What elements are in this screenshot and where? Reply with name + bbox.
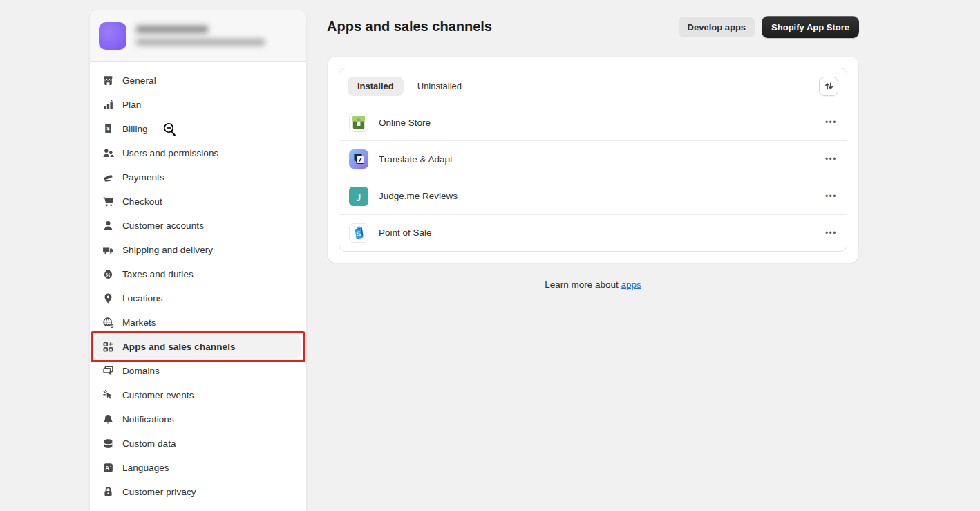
cart-icon [102, 196, 114, 207]
language-icon: A* [102, 462, 114, 474]
cursor-sparks-icon [102, 389, 114, 401]
store-avatar [99, 22, 126, 50]
lock-icon [102, 486, 114, 498]
learn-more-prefix: Learn more about [545, 279, 621, 290]
database-icon [102, 438, 114, 449]
sidebar-item-label: Locations [122, 293, 163, 304]
sort-button[interactable] [819, 77, 838, 96]
sidebar-item-label: Customer privacy [122, 487, 196, 497]
app-name: Judge.me Reviews [379, 191, 458, 201]
sidebar-item-label: Checkout [122, 196, 162, 207]
sidebar-item-markets[interactable]: $ Markets [95, 310, 301, 335]
horizontal-dots-icon[interactable]: ••• [825, 192, 837, 201]
sidebar-item-apps-sales-channels[interactable]: Apps and sales channels [95, 335, 301, 359]
settings-nav: General Plan $ Billing Users and permiss… [90, 62, 306, 504]
store-email-redacted [136, 39, 265, 46]
learn-more-text: Learn more about apps [328, 279, 858, 290]
sidebar-item-label: Billing [122, 124, 148, 134]
sidebar-item-customer-events[interactable]: Customer events [95, 383, 301, 407]
develop-apps-button[interactable]: Develop apps [679, 17, 755, 37]
svg-text:A: A [105, 465, 109, 472]
apps-link[interactable]: apps [621, 279, 641, 290]
person-icon [102, 220, 114, 232]
sidebar-item-label: Payments [122, 172, 164, 183]
app-row-online-store[interactable]: Online Store ••• [339, 104, 847, 140]
domains-icon [102, 365, 114, 377]
judgeme-reviews-icon: J [349, 187, 368, 206]
users-icon [102, 147, 114, 159]
sidebar-item-label: Shipping and delivery [122, 245, 213, 255]
sidebar-item-users-permissions[interactable]: Users and permissions [95, 141, 301, 165]
horizontal-dots-icon[interactable]: ••• [825, 229, 837, 237]
svg-text:$: $ [111, 323, 114, 328]
sidebar-item-label: Markets [122, 317, 156, 328]
plan-chart-icon [102, 99, 114, 111]
tab-installed[interactable]: Installed [348, 77, 404, 96]
sidebar-item-shipping-delivery[interactable]: Shipping and delivery [95, 238, 301, 262]
app-name: Translate & Adapt [379, 154, 453, 165]
apps-card: Installed Uninstalled Online Store ••• T… [328, 57, 858, 263]
sidebar-item-label: Users and permissions [122, 148, 218, 158]
horizontal-dots-icon[interactable]: ••• [825, 155, 837, 163]
sidebar-item-label: General [122, 75, 156, 86]
horizontal-dots-icon[interactable]: ••• [825, 118, 837, 127]
sidebar-item-checkout[interactable]: Checkout [95, 189, 301, 214]
app-name: Online Store [379, 118, 431, 128]
online-store-icon [349, 113, 368, 132]
bell-icon [102, 414, 114, 425]
sidebar-item-customer-privacy[interactable]: Customer privacy [95, 480, 301, 504]
store-icon [102, 75, 114, 86]
apps-panel-header: Installed Uninstalled [339, 68, 847, 104]
sidebar-item-languages[interactable]: A* Languages [95, 456, 301, 480]
sidebar-item-custom-data[interactable]: Custom data [95, 431, 301, 456]
sidebar-item-label: Taxes and duties [122, 269, 194, 279]
sort-arrows-icon [824, 81, 834, 91]
apps-panel: Installed Uninstalled Online Store ••• T… [339, 68, 847, 252]
tab-uninstalled[interactable]: Uninstalled [408, 77, 471, 96]
app-row-translate-adapt[interactable]: Translate & Adapt ••• [339, 140, 847, 177]
point-of-sale-icon: S [349, 223, 368, 243]
app-row-judgeme-reviews[interactable]: J Judge.me Reviews ••• [339, 178, 847, 214]
sidebar-item-locations[interactable]: Locations [95, 286, 301, 310]
sidebar-item-label: Notifications [122, 414, 174, 425]
app-name: Point of Sale [379, 227, 432, 238]
globe-icon: $ [102, 317, 114, 328]
shopify-settings-screen: General Plan $ Billing Users and permiss… [0, 0, 980, 511]
sidebar-item-payments[interactable]: Payments [95, 165, 301, 189]
page-title: Apps and sales channels [327, 19, 492, 35]
sidebar-item-label: Apps and sales channels [122, 342, 236, 352]
sidebar-item-plan[interactable]: Plan [95, 93, 301, 117]
svg-text:S: S [356, 230, 361, 237]
sidebar-item-label: Custom data [122, 438, 176, 449]
translate-adapt-icon [349, 149, 368, 169]
sidebar-item-label: Customer events [122, 390, 194, 400]
svg-text:$: $ [106, 125, 110, 131]
payments-icon [102, 171, 114, 183]
store-header[interactable] [90, 10, 306, 62]
header-actions: Develop apps Shopify App Store [679, 16, 859, 38]
settings-sidebar: General Plan $ Billing Users and permiss… [89, 10, 307, 511]
sidebar-item-taxes-duties[interactable]: Taxes and duties [95, 262, 301, 286]
store-name-redacted [136, 26, 208, 33]
sidebar-item-label: Plan [122, 100, 141, 110]
apps-grid-icon [102, 341, 114, 353]
sidebar-item-notifications[interactable]: Notifications [95, 407, 301, 431]
sidebar-item-customer-accounts[interactable]: Customer accounts [95, 214, 301, 238]
billing-receipt-icon: $ [102, 123, 114, 135]
truck-icon [102, 244, 114, 256]
sidebar-item-label: Languages [122, 463, 169, 473]
shopify-app-store-button[interactable]: Shopify App Store [762, 16, 859, 38]
store-meta [136, 26, 265, 46]
sidebar-item-domains[interactable]: Domains [95, 359, 301, 383]
app-row-point-of-sale[interactable]: S Point of Sale ••• [339, 214, 847, 251]
sidebar-item-general[interactable]: General [95, 68, 301, 93]
svg-text:J: J [356, 191, 361, 202]
sidebar-item-label: Customer accounts [122, 221, 204, 231]
sidebar-item-billing[interactable]: $ Billing [95, 117, 301, 141]
sidebar-item-label: Domains [122, 366, 160, 376]
map-pin-icon [102, 292, 114, 304]
tax-bag-icon [102, 268, 114, 280]
